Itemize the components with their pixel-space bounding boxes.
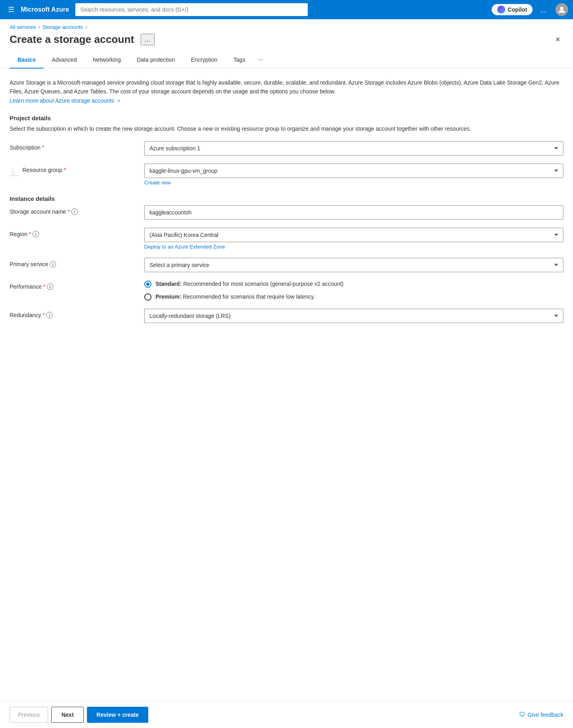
redundancy-control: Locally-redundant storage (LRS) <box>144 309 563 323</box>
learn-more-link[interactable]: Learn more about Azure storage accounts … <box>10 97 120 104</box>
primary-service-label-col: Primary service i <box>10 258 138 267</box>
resource-group-control: kaggle-linux-gpu-vm_group Create new <box>144 164 563 186</box>
bottom-bar: Previous Next Review + create 🗨 Give fee… <box>0 701 573 728</box>
performance-premium-option[interactable]: Premium: Recommended for scenarios that … <box>144 293 563 301</box>
redundancy-label: Redundancy <box>10 312 41 318</box>
rg-label-wrap: Resource group * <box>22 167 66 173</box>
main-content: All services › Storage accounts › Create… <box>0 19 573 728</box>
region-info-icon[interactable]: i <box>32 231 39 237</box>
svg-point-0 <box>560 7 563 10</box>
subscription-label-col: Subscription * <box>10 141 138 151</box>
subscription-required: * <box>42 145 44 150</box>
storage-name-control <box>144 205 563 220</box>
resource-group-row: Resource group * kaggle-linux-gpu-vm_gro… <box>10 164 563 186</box>
tab-data-protection[interactable]: Data protection <box>129 53 183 69</box>
copilot-button[interactable]: Copilot <box>492 4 533 15</box>
storage-name-label: Storage account name <box>10 208 66 215</box>
performance-row: Performance * i Standard: Recommended fo… <box>10 280 563 301</box>
copilot-label: Copilot <box>508 6 527 13</box>
tab-tags[interactable]: Tags <box>226 53 254 69</box>
hamburger-icon[interactable]: ☰ <box>5 4 18 16</box>
resource-group-required: * <box>64 167 66 173</box>
nav-right: Copilot ... <box>492 3 568 16</box>
tab-encryption[interactable]: Encryption <box>183 53 225 69</box>
subscription-control: Azure subscription 1 <box>144 141 563 156</box>
breadcrumb-sep-2: › <box>85 24 87 30</box>
project-details-desc: Select the subscription in which to crea… <box>10 125 563 133</box>
redundancy-select[interactable]: Locally-redundant storage (LRS) <box>144 309 563 323</box>
performance-required: * <box>43 284 45 289</box>
region-required: * <box>29 231 31 237</box>
page-header: Create a storage account ... × <box>0 33 573 52</box>
give-feedback-button[interactable]: 🗨 Give feedback <box>519 711 564 718</box>
tab-advanced[interactable]: Advanced <box>44 53 85 69</box>
resource-group-label: Resource group <box>22 167 63 173</box>
primary-service-label: Primary service <box>10 261 48 267</box>
feedback-label: Give feedback <box>528 712 564 718</box>
breadcrumb-all-services[interactable]: All services <box>10 24 36 30</box>
performance-control: Standard: Recommended for most scenarios… <box>144 280 563 301</box>
previous-button[interactable]: Previous <box>10 707 48 723</box>
breadcrumb: All services › Storage accounts › <box>0 19 573 33</box>
performance-standard-option[interactable]: Standard: Recommended for most scenarios… <box>144 280 563 288</box>
page-more-button[interactable]: ... <box>141 34 155 45</box>
redundancy-info-icon[interactable]: i <box>46 312 52 318</box>
close-button[interactable]: × <box>552 33 563 46</box>
storage-name-required: * <box>68 209 70 214</box>
copilot-icon <box>497 6 505 14</box>
review-create-button[interactable]: Review + create <box>87 707 148 723</box>
deploy-extended-zone-link[interactable]: Deploy to an Azure Extended Zone <box>144 244 563 250</box>
breadcrumb-sep-1: › <box>38 24 40 30</box>
storage-account-name-input[interactable] <box>144 205 563 220</box>
performance-radio-group: Standard: Recommended for most scenarios… <box>144 280 563 301</box>
intro-text: Azure Storage is a Microsoft-managed ser… <box>10 78 563 105</box>
region-label: Region <box>10 231 27 237</box>
tabs-bar: Basics Advanced Networking Data protecti… <box>0 52 573 69</box>
external-link-icon: ↗ <box>117 99 120 103</box>
form-body: Azure Storage is a Microsoft-managed ser… <box>0 69 573 701</box>
tab-more[interactable]: ··· <box>253 52 268 68</box>
subscription-row: Subscription * Azure subscription 1 <box>10 141 563 156</box>
nav-more-icon[interactable]: ... <box>537 4 551 16</box>
performance-label-col: Performance * i <box>10 280 138 290</box>
top-navigation: ☰ Microsoft Azure Copilot ... <box>0 0 573 19</box>
performance-label: Performance <box>10 283 42 290</box>
user-avatar[interactable] <box>555 3 568 16</box>
storage-name-info-icon[interactable]: i <box>71 208 78 215</box>
performance-info-icon[interactable]: i <box>47 283 53 290</box>
redundancy-required: * <box>43 312 45 318</box>
tab-basics[interactable]: Basics <box>10 53 44 69</box>
search-input[interactable] <box>75 3 308 16</box>
region-select[interactable]: (Asia Pacific) Korea Central <box>144 228 563 242</box>
connector <box>10 168 19 176</box>
primary-service-control: Select a primary service <box>144 258 563 272</box>
create-new-link[interactable]: Create new <box>144 180 563 186</box>
region-row: Region * i (Asia Pacific) Korea Central … <box>10 228 563 250</box>
instance-details-title: Instance details <box>10 195 563 202</box>
breadcrumb-storage-accounts[interactable]: Storage accounts <box>42 24 83 30</box>
feedback-icon: 🗨 <box>519 711 525 718</box>
storage-account-name-row: Storage account name * i <box>10 205 563 220</box>
primary-service-row: Primary service i Select a primary servi… <box>10 258 563 272</box>
resource-group-label-col: Resource group * <box>10 164 138 176</box>
next-button[interactable]: Next <box>51 707 83 723</box>
redundancy-label-col: Redundancy * i <box>10 309 138 318</box>
performance-premium-radio[interactable] <box>144 293 151 301</box>
region-label-col: Region * i <box>10 228 138 237</box>
tab-networking[interactable]: Networking <box>85 53 129 69</box>
resource-group-select[interactable]: kaggle-linux-gpu-vm_group <box>144 164 563 178</box>
storage-name-label-col: Storage account name * i <box>10 205 138 215</box>
primary-service-info-icon[interactable]: i <box>50 261 56 267</box>
performance-standard-label: Standard: Recommended for most scenarios… <box>155 280 343 288</box>
page-title: Create a storage account <box>10 33 134 46</box>
brand-name: Microsoft Azure <box>21 6 69 13</box>
performance-standard-radio[interactable] <box>144 281 151 288</box>
performance-premium-label: Premium: Recommended for scenarios that … <box>155 293 315 301</box>
project-details-title: Project details <box>10 115 563 121</box>
region-control: (Asia Pacific) Korea Central Deploy to a… <box>144 228 563 250</box>
subscription-label: Subscription <box>10 144 40 151</box>
subscription-select[interactable]: Azure subscription 1 <box>144 141 563 156</box>
primary-service-select[interactable]: Select a primary service <box>144 258 563 272</box>
redundancy-row: Redundancy * i Locally-redundant storage… <box>10 309 563 323</box>
